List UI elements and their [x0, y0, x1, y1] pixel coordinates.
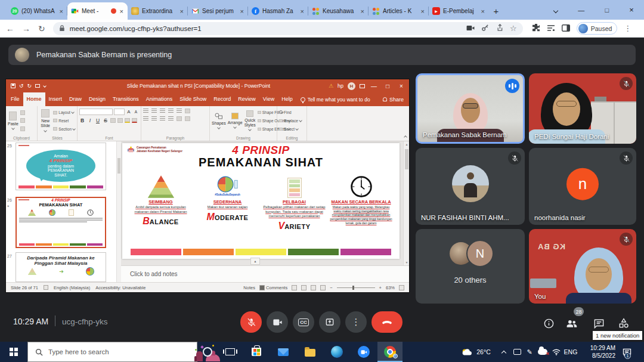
ppt-close-button[interactable]: ×	[397, 83, 406, 89]
tab-gmail[interactable]: Sesi perjum ×	[188, 2, 248, 20]
more-options-button[interactable]: ⋮	[345, 311, 367, 333]
normal-view-icon[interactable]	[292, 285, 297, 290]
cortana-button[interactable]	[197, 342, 218, 362]
chrome-taskbar-button[interactable]	[379, 342, 401, 362]
new-slide-button[interactable]: New Slide	[39, 109, 51, 133]
thumbnail-slide-26-selected[interactable]: 4 PRINSIP PEMAKANAN SIHAT	[16, 197, 106, 248]
ppt-minimize-button[interactable]: —	[369, 83, 379, 89]
change-case-icon[interactable]	[117, 118, 123, 123]
ppt-tab-view[interactable]: View	[259, 92, 278, 106]
ppt-account-avatar[interactable]: H	[348, 82, 355, 90]
camera-toggle-button[interactable]	[267, 311, 288, 333]
reading-view-icon[interactable]	[311, 285, 316, 290]
font-color-icon[interactable]	[132, 118, 137, 123]
tab-close-icon[interactable]: ×	[179, 8, 184, 15]
notes-toggle[interactable]: Notes	[243, 285, 255, 290]
weather-tray-item[interactable]: 26°C	[458, 342, 494, 362]
tab-extraordinary[interactable]: Extraordina ×	[128, 2, 188, 20]
reading-list-icon[interactable]	[547, 23, 555, 34]
fit-to-window-icon[interactable]	[399, 285, 404, 290]
highlight-color-icon[interactable]	[125, 118, 130, 123]
redo-icon[interactable]: ↻	[27, 83, 32, 89]
zoom-level[interactable]: 63%	[386, 285, 395, 290]
section-button[interactable]: Section	[53, 127, 75, 131]
extensions-puzzle-icon[interactable]	[532, 23, 540, 34]
back-icon[interactable]: ←	[6, 24, 14, 33]
meeting-details-button[interactable]	[541, 316, 556, 330]
ppt-tab-design[interactable]: Design	[85, 92, 109, 106]
ppt-tab-animations[interactable]: Animations	[143, 92, 177, 106]
shapes-button[interactable]: Shapes	[212, 109, 226, 133]
present-button[interactable]	[319, 311, 340, 333]
share-icon[interactable]	[496, 23, 503, 34]
reload-icon[interactable]: ↻	[38, 24, 45, 33]
find-button[interactable]: Find	[279, 110, 302, 115]
ppt-tab-insert[interactable]: Insert	[45, 92, 66, 106]
microsoft-store-button[interactable]	[246, 342, 267, 362]
bullets-icon[interactable]	[143, 109, 148, 113]
address-bar[interactable]: meet.google.com/ucg-cfhp-yks?authuser=1 …	[53, 22, 523, 35]
font-size-box[interactable]	[114, 109, 125, 115]
edge-button[interactable]	[326, 342, 348, 362]
columns-icon[interactable]	[177, 116, 182, 121]
show-hidden-icons-button[interactable]	[499, 342, 509, 362]
start-slideshow-icon[interactable]	[35, 84, 40, 88]
comments-toggle[interactable]: Comments	[259, 285, 287, 290]
tab-youtube[interactable]: ▶ E-Pembelaj ×	[429, 2, 489, 20]
window-close-button[interactable]: ×	[629, 5, 634, 14]
tab-meet-active[interactable]: Meet - ×	[67, 2, 128, 20]
warning-icon[interactable]: ⚠	[329, 83, 333, 89]
captions-button[interactable]: CC	[293, 311, 314, 333]
tab-close-icon[interactable]: ×	[481, 8, 485, 15]
ppt-tab-record[interactable]: Record	[210, 92, 234, 106]
tab-close-icon[interactable]: ×	[360, 8, 365, 15]
ppt-tab-slideshow[interactable]: Slide Show	[176, 92, 210, 106]
file-explorer-button[interactable]	[299, 342, 321, 362]
thumbnail-scrollbar[interactable]	[117, 141, 121, 282]
ppt-tab-draw[interactable]: Draw	[66, 92, 85, 106]
profile-sync-chip[interactable]: Paused	[577, 22, 618, 35]
quick-styles-button[interactable]: Quick Styles	[244, 109, 256, 133]
bold-button[interactable]: B	[79, 117, 85, 123]
tile-nur-fasihah[interactable]: NUR FASIHAH BINTI AHM...	[416, 148, 525, 225]
italic-button[interactable]: I	[87, 117, 93, 123]
font-name-box[interactable]	[79, 109, 113, 115]
tell-me-box[interactable]: Tell me what you want to do	[296, 92, 374, 106]
tab-facebook[interactable]: f Hasmah Za ×	[248, 2, 308, 20]
participants-button[interactable]	[564, 316, 578, 330]
qat-customize-chevron-icon[interactable]	[44, 83, 46, 89]
tab-close-icon[interactable]: ×	[420, 8, 425, 15]
convert-smartart-icon[interactable]	[185, 116, 190, 121]
text-direction-icon[interactable]	[185, 109, 190, 113]
notes-splitter-handle[interactable]: ▲	[250, 258, 260, 265]
cut-icon[interactable]	[20, 110, 25, 115]
tab-close-icon[interactable]: ×	[59, 8, 64, 15]
activities-button[interactable]	[617, 316, 631, 330]
zoom-in-icon[interactable]: +	[379, 285, 382, 290]
new-tab-button[interactable]: +	[489, 4, 503, 18]
ppt-tab-file[interactable]: File	[7, 92, 23, 106]
tab-joomla-2[interactable]: Articles - K ×	[369, 2, 429, 20]
bookmark-star-icon[interactable]: ☆	[510, 24, 517, 33]
zoom-out-icon[interactable]: −	[330, 285, 332, 290]
side-panel-icon[interactable]	[562, 23, 570, 34]
url-text[interactable]: meet.google.com/ucg-cfhp-yks?authuser=1	[70, 25, 202, 32]
tile-noorhanida-nasir[interactable]: n noorhanida nasir	[529, 148, 636, 225]
task-view-button[interactable]	[219, 342, 241, 362]
grow-font-icon[interactable]: A	[126, 109, 132, 115]
ppt-tab-home[interactable]: Home	[23, 92, 45, 106]
ppt-tab-transitions[interactable]: Transitions	[109, 92, 143, 106]
tab-close-icon[interactable]: ×	[240, 8, 244, 15]
tile-pemakanan-sabak-bernam[interactable]: Pemakanan Sabak Bernam	[416, 73, 525, 144]
start-button[interactable]	[0, 342, 27, 362]
taskbar-search-box[interactable]: Type here to search	[27, 342, 197, 362]
password-key-icon[interactable]	[481, 23, 489, 34]
tab-close-icon[interactable]: ×	[300, 8, 305, 15]
collapse-ribbon-icon[interactable]	[404, 135, 407, 140]
layout-button[interactable]: Layout	[53, 110, 75, 115]
slide-scrollbar[interactable]: ▲▼	[403, 141, 409, 265]
spellcheck-icon[interactable]	[44, 285, 48, 290]
browser-menu-icon[interactable]: ⋮	[624, 24, 631, 33]
character-spacing-icon[interactable]	[110, 118, 116, 123]
ppt-tab-help[interactable]: Help	[278, 92, 296, 106]
